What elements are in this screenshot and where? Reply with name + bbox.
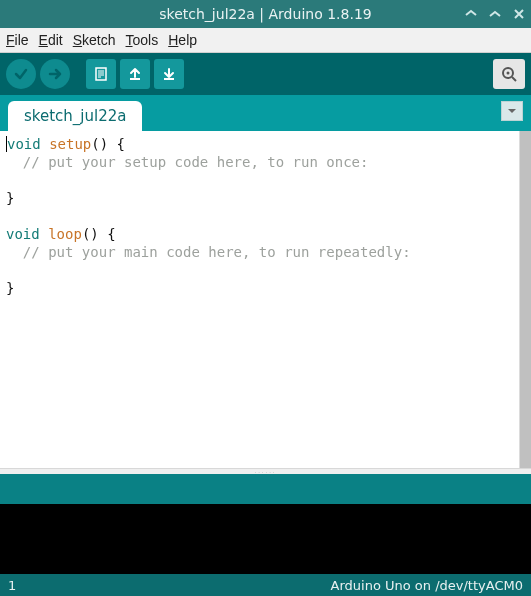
window-titlebar: sketch_jul22a | Arduino 1.8.19 (0, 0, 531, 28)
menu-file-rest: ile (15, 32, 29, 48)
status-footer: 1 Arduino Uno on /dev/ttyACM0 (0, 574, 531, 596)
menu-file[interactable]: File (6, 32, 29, 48)
editor-area: void setup() { // put your setup code he… (0, 131, 531, 468)
upload-button[interactable] (40, 59, 70, 89)
menu-edit-rest: dit (48, 32, 63, 48)
save-button[interactable] (154, 59, 184, 89)
minimize-icon[interactable] (463, 6, 479, 22)
scrollbar-thumb[interactable] (520, 131, 531, 468)
tab-active[interactable]: sketch_jul22a (8, 101, 142, 131)
menu-sketch[interactable]: Sketch (73, 32, 116, 48)
verify-button[interactable] (6, 59, 36, 89)
toolbar (0, 53, 531, 95)
tab-bar: sketch_jul22a (0, 95, 531, 131)
maximize-icon[interactable] (487, 6, 503, 22)
serial-monitor-button[interactable] (493, 59, 525, 89)
menu-help-rest: elp (178, 32, 197, 48)
message-bar (0, 474, 531, 504)
code-editor[interactable]: void setup() { // put your setup code he… (0, 131, 519, 468)
board-port-info: Arduino Uno on /dev/ttyACM0 (331, 578, 523, 593)
window-controls (463, 0, 527, 28)
vertical-scrollbar[interactable] (519, 131, 531, 468)
tab-menu-button[interactable] (501, 101, 523, 121)
menu-tools[interactable]: Tools (126, 32, 159, 48)
line-number: 1 (8, 578, 16, 593)
menu-edit[interactable]: Edit (39, 32, 63, 48)
svg-rect-0 (96, 68, 106, 80)
menu-tools-rest: ools (133, 32, 159, 48)
menu-sketch-rest: ketch (82, 32, 115, 48)
close-icon[interactable] (511, 6, 527, 22)
output-console[interactable] (0, 504, 531, 574)
menu-bar: File Edit Sketch Tools Help (0, 28, 531, 53)
new-button[interactable] (86, 59, 116, 89)
window-title: sketch_jul22a | Arduino 1.8.19 (159, 6, 371, 22)
menu-help[interactable]: Help (168, 32, 197, 48)
tab-label: sketch_jul22a (24, 107, 126, 125)
svg-point-2 (507, 72, 510, 75)
open-button[interactable] (120, 59, 150, 89)
